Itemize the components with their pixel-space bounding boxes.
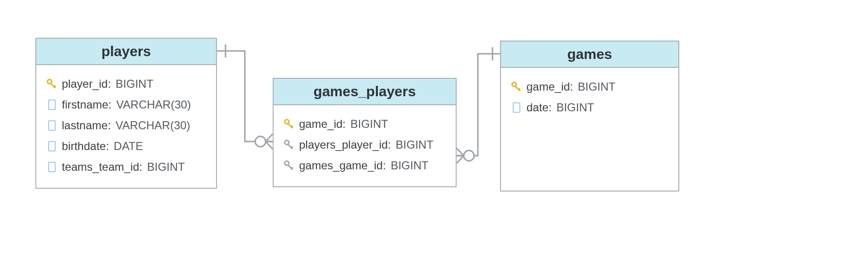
svg-line-4 (266, 142, 273, 149)
column: players_player_id: BIGINT (284, 134, 445, 155)
svg-line-7 (457, 148, 464, 156)
column-name: players_player_id: (299, 138, 391, 151)
entity-players: players player_id: BIGINT firstname: VAR… (35, 38, 217, 189)
column-icon (48, 162, 56, 172)
column: birthdate: DATE (47, 136, 206, 157)
column-type: VARCHAR(30) (116, 98, 191, 111)
primary-key-icon (284, 119, 294, 129)
entity-title: games_players (274, 79, 456, 105)
column-name: firstname: (62, 98, 111, 111)
column: game_id: BIGINT (511, 76, 668, 97)
column-type: BIGINT (578, 80, 616, 93)
column-name: game_id: (526, 80, 573, 93)
svg-line-2 (266, 134, 273, 142)
entity-title: games (501, 42, 678, 68)
column: teams_team_id: BIGINT (47, 157, 206, 177)
column: player_id: BIGINT (47, 74, 206, 94)
column-name: date: (526, 101, 551, 114)
column-type: BIGINT (396, 138, 434, 151)
column-type: BIGINT (147, 160, 185, 174)
column: game_id: BIGINT (284, 114, 445, 134)
column-name: birthdate: (62, 140, 109, 153)
column-icon (513, 102, 520, 113)
column-type: VARCHAR(30) (116, 119, 190, 132)
entity-games: games game_id: BIGINT date: BIGINT (500, 41, 679, 192)
foreign-key-icon (284, 140, 294, 150)
column-type: DATE (114, 140, 143, 153)
column-name: lastname: (62, 119, 111, 132)
column-name: games_game_id: (299, 159, 386, 172)
er-diagram-canvas: players player_id: BIGINT firstname: VAR… (0, 0, 868, 267)
column-type: BIGINT (556, 101, 594, 114)
entity-title: players (36, 39, 216, 65)
column-icon (48, 141, 56, 151)
svg-line-9 (457, 156, 464, 163)
column: date: BIGINT (511, 97, 668, 118)
column: games_game_id: BIGINT (284, 155, 445, 176)
column-name: teams_team_id: (62, 160, 142, 174)
entity-games-players: games_players game_id: BIGINT players_pl… (273, 78, 457, 187)
primary-key-icon (511, 82, 522, 92)
svg-point-6 (464, 150, 474, 161)
column-icon (48, 100, 56, 110)
column-type: BIGINT (351, 117, 388, 131)
column: lastname: VARCHAR(30) (47, 115, 206, 136)
svg-point-1 (255, 136, 266, 147)
column-type: BIGINT (391, 159, 428, 172)
entity-columns: game_id: BIGINT players_player_id: BIGIN… (274, 105, 456, 186)
column-name: game_id: (299, 117, 346, 131)
column-type: BIGINT (116, 77, 153, 91)
column: firstname: VARCHAR(30) (47, 94, 206, 115)
foreign-key-icon (284, 160, 294, 171)
entity-columns: player_id: BIGINT firstname: VARCHAR(30)… (36, 65, 216, 188)
primary-key-icon (47, 79, 57, 89)
entity-columns: game_id: BIGINT date: BIGINT (501, 68, 678, 128)
column-icon (48, 120, 56, 131)
column-name: player_id: (62, 77, 111, 91)
